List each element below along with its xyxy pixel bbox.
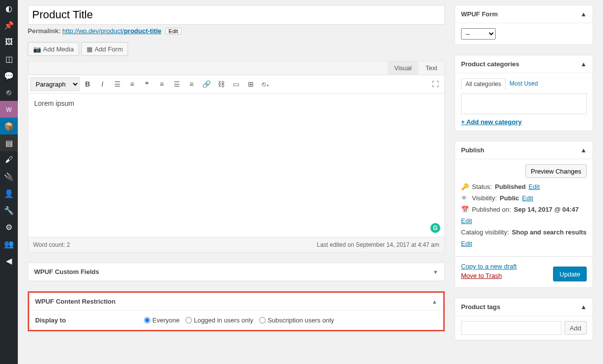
bold-icon[interactable]: B [81, 77, 94, 91]
category-list[interactable] [461, 93, 587, 114]
chevron-down-icon[interactable]: ▼ [433, 269, 438, 275]
add-form-button[interactable]: ▦Add Form [81, 42, 128, 56]
preview-changes-button[interactable]: Preview Changes [525, 164, 587, 178]
media-icon: 📷 [33, 46, 41, 53]
plugins-icon[interactable]: 🔌 [0, 168, 18, 185]
tools-icon[interactable]: 🔧 [0, 202, 18, 219]
display-to-label: Display to [35, 317, 134, 324]
publish-box: Publish▲ Preview Changes 🔑Status: Publis… [455, 141, 593, 288]
wpuf-shortcode-icon[interactable]: ⎋▾ [259, 77, 273, 91]
edit-visibility[interactable]: Edit [522, 194, 533, 202]
groups-icon[interactable]: 👥 [0, 235, 18, 252]
permalink-row: Permalink: http://wp.dev/product/product… [28, 27, 445, 35]
link-icon[interactable]: 🔗 [199, 77, 213, 91]
comments-icon[interactable]: 💬 [0, 67, 18, 84]
tag-input[interactable] [461, 321, 561, 335]
add-category-link[interactable]: + Add new category [461, 118, 522, 126]
chevron-up-icon[interactable]: ▲ [580, 303, 587, 311]
forms-icon[interactable]: ▤ [0, 135, 18, 151]
update-button[interactable]: Update [553, 267, 587, 281]
number-list-icon[interactable]: ≡ [125, 77, 139, 91]
last-edited: Last edited on September 14, 2017 at 4:4… [317, 241, 439, 248]
word-count: Word count: 2 [33, 241, 70, 248]
editor: Visual Text Paragraph B I ☰ ≡ ❝ ≡ ☰ ≡ 🔗 … [28, 61, 445, 253]
add-media-button[interactable]: 📷Add Media [28, 42, 79, 56]
wpuf-custom-fields-title: WPUF Custom Fields [34, 268, 99, 275]
tab-visual[interactable]: Visual [387, 61, 418, 75]
collapse-icon[interactable]: ◀ [0, 252, 18, 269]
more-icon[interactable]: ▭ [229, 77, 243, 91]
chevron-up-icon[interactable]: ▲ [580, 60, 587, 68]
title-input[interactable] [28, 5, 445, 25]
chevron-up-icon[interactable]: ▲ [580, 146, 587, 154]
wpuf-custom-fields-box: WPUF Custom Fields ▼ [28, 263, 445, 281]
radio-subscription[interactable] [259, 317, 266, 323]
products-icon[interactable]: 📦 [0, 118, 18, 135]
sidebar-column: WPUF Form▲ -- Product categories▲ All ca… [455, 5, 593, 359]
product-categories-box: Product categories▲ All categories Most … [455, 55, 593, 131]
tab-most-used[interactable]: Most Used [506, 78, 542, 90]
media-icon[interactable]: 🖼 [0, 34, 18, 50]
move-trash-link[interactable]: Move to Trash [461, 272, 517, 279]
permalink-label: Permalink: [28, 27, 60, 35]
add-tag-button[interactable]: Add [564, 321, 587, 335]
key-icon: 🔑 [461, 183, 469, 190]
woo-icon[interactable]: w [0, 101, 18, 118]
bullet-list-icon[interactable]: ☰ [110, 77, 124, 91]
pin-icon[interactable]: 📌 [0, 17, 18, 34]
format-select[interactable]: Paragraph [30, 77, 80, 91]
wpuf-form-box: WPUF Form▲ -- [455, 5, 593, 45]
wpuf-form-select[interactable]: -- [461, 28, 496, 40]
grammarly-icon[interactable]: G [430, 223, 440, 233]
tab-text[interactable]: Text [418, 61, 444, 75]
tab-all-categories[interactable]: All categories [461, 78, 506, 90]
editor-toolbar: Paragraph B I ☰ ≡ ❝ ≡ ☰ ≡ 🔗 ⛓ ▭ ⊞ ⎋▾ ⛶ [28, 75, 444, 93]
italic-icon[interactable]: I [95, 77, 109, 91]
quote-icon[interactable]: ❝ [140, 77, 154, 91]
dashboard-icon[interactable]: ◐ [0, 0, 18, 17]
form-icon: ▦ [87, 46, 93, 53]
admin-menu: ◐ 📌 🖼 ◫ 💬 ⎋ w 📦 ▤ 🖌 🔌 👤 🔧 ⚙ 👥 ◀ [0, 0, 18, 364]
calendar-icon: 📅 [461, 206, 469, 213]
edit-catalog[interactable]: Edit [461, 240, 472, 247]
permalink-link[interactable]: http://wp.dev/product/product-title [62, 27, 161, 35]
product-tags-box: Product tags▲ Add [455, 298, 593, 340]
wpuf-content-restriction-box: WPUF Content Restriction ▲ Display to Ev… [28, 291, 445, 331]
settings-icon[interactable]: ⚙ [0, 219, 18, 235]
wpuf-icon[interactable]: ⎋ [0, 84, 18, 101]
toolbar-toggle-icon[interactable]: ⊞ [244, 77, 258, 91]
appearance-icon[interactable]: 🖌 [0, 151, 18, 168]
copy-draft-link[interactable]: Copy to a new draft [461, 263, 517, 270]
restriction-radio-group: Everyone Logged in users only Subscripti… [144, 317, 334, 324]
radio-everyone[interactable] [144, 317, 150, 323]
edit-date[interactable]: Edit [461, 217, 472, 225]
edit-status[interactable]: Edit [529, 183, 540, 190]
editor-body[interactable]: Lorem ipsum G [28, 93, 444, 237]
pages-icon[interactable]: ◫ [0, 50, 18, 67]
chevron-up-icon[interactable]: ▲ [432, 299, 437, 305]
chevron-up-icon[interactable]: ▲ [580, 10, 587, 18]
align-left-icon[interactable]: ≡ [155, 77, 169, 91]
unlink-icon[interactable]: ⛓ [214, 77, 228, 91]
eye-icon: 👁 [461, 194, 469, 202]
edit-permalink-button[interactable]: Edit [165, 28, 182, 35]
radio-logged-in[interactable] [186, 317, 192, 323]
content-column: Permalink: http://wp.dev/product/product… [28, 5, 445, 359]
align-center-icon[interactable]: ☰ [170, 77, 184, 91]
align-right-icon[interactable]: ≡ [185, 77, 198, 91]
fullscreen-icon[interactable]: ⛶ [428, 77, 442, 91]
users-icon[interactable]: 👤 [0, 185, 18, 202]
restriction-title: WPUF Content Restriction [35, 298, 116, 305]
